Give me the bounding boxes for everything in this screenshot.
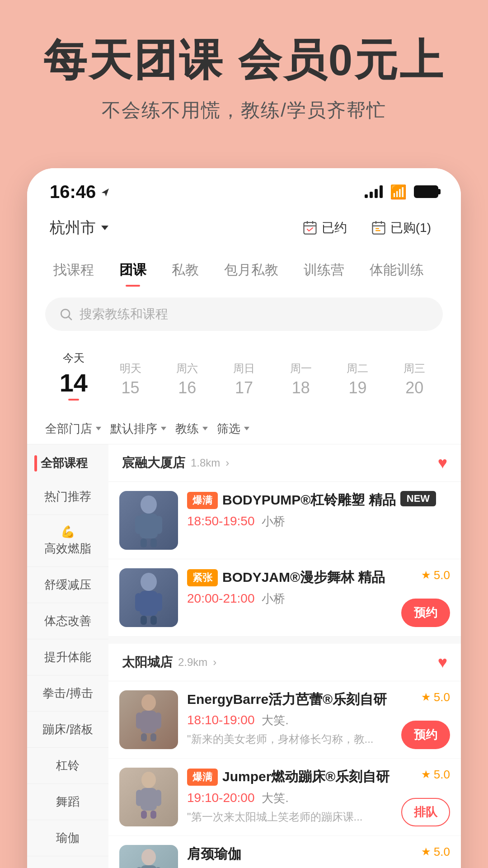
fire-emoji: 💪 — [61, 525, 75, 539]
course-name: EnergyBarre活力芭蕾®乐刻自研 — [187, 690, 387, 708]
course-title-row: 紧张 BODYJAM®漫步舞林 精品 — [187, 568, 392, 586]
book-button[interactable]: 预约 — [401, 721, 450, 749]
course-name: BODYJAM®漫步舞林 精品 — [222, 568, 385, 586]
course-thumbnail — [119, 845, 178, 868]
filter-trainer[interactable]: 教练 — [175, 421, 208, 437]
trainer-silhouette-3 — [131, 693, 167, 747]
wifi-icon: 📶 — [390, 184, 407, 200]
filter-more-arrow — [244, 427, 249, 430]
sidebar-item-boxing[interactable]: 拳击/搏击 — [27, 675, 108, 712]
svg-point-21 — [141, 772, 156, 788]
sidebar-item-posture[interactable]: 体态改善 — [27, 603, 108, 639]
tab-fitness-training[interactable]: 体能训练 — [357, 254, 436, 290]
sidebar-item-trampoline[interactable]: 蹦床/踏板 — [27, 712, 108, 748]
course-right: ★ 5.0 排队 — [401, 768, 450, 826]
tab-find-course[interactable]: 找课程 — [41, 254, 107, 290]
date-sat[interactable]: 周六 16 — [159, 358, 216, 405]
store-info-1[interactable]: 宸融大厦店 1.8km › — [122, 454, 229, 472]
course-name: Jumper燃动蹦床®乐刻自研 — [222, 768, 389, 785]
course-list: 宸融大厦店 1.8km › ♥ — [108, 444, 461, 868]
store-section-2: 太阳城店 2.9km › ♥ — [108, 644, 461, 868]
sidebar-item-popular[interactable]: 热门推荐 — [27, 479, 108, 515]
location-dropdown-arrow — [101, 226, 108, 230]
store-favorite-icon-2[interactable]: ♥ — [438, 653, 447, 672]
course-rating: ★ 5.0 — [421, 690, 450, 704]
course-title-row: 爆满 Jumper燃动蹦床®乐刻自研 — [187, 768, 392, 786]
svg-rect-28 — [141, 865, 157, 868]
course-thumbnail — [119, 690, 178, 749]
date-today[interactable]: 今天 14 — [45, 347, 102, 405]
queue-button[interactable]: 排队 — [401, 798, 450, 826]
date-sun[interactable]: 周日 17 — [216, 358, 272, 405]
booked-button[interactable]: 已约 — [295, 216, 354, 240]
svg-rect-10 — [140, 591, 158, 616]
star-icon: ★ — [421, 569, 431, 581]
signal-icon — [365, 185, 383, 198]
star-icon: ★ — [421, 768, 431, 781]
filter-store[interactable]: 全部门店 — [45, 421, 101, 437]
course-tag-hot: 爆满 — [187, 492, 218, 509]
course-title-row: 爆满 BODYPUMP®杠铃雕塑 精品 NEW — [187, 491, 450, 509]
svg-rect-7 — [141, 538, 147, 547]
course-meta: 19:10-20:00 大笑. — [187, 790, 392, 806]
tab-training-camp[interactable]: 训练营 — [291, 254, 357, 290]
svg-rect-13 — [141, 616, 147, 625]
course-rating: ★ 5.0 — [421, 845, 450, 859]
svg-rect-19 — [141, 733, 147, 741]
svg-rect-4 — [140, 514, 158, 538]
sidebar-item-yoga[interactable]: 瑜伽 — [27, 820, 108, 856]
trainer-silhouette-5 — [131, 847, 167, 868]
course-rating: ★ 5.0 — [421, 568, 450, 582]
course-thumbnail — [119, 491, 178, 550]
category-tabs: 找课程 团课 私教 包月私教 训练营 体能训练 — [27, 245, 461, 290]
store-favorite-icon[interactable]: ♥ — [438, 453, 447, 472]
search-bar[interactable]: 搜索教练和课程 — [45, 297, 443, 331]
filter-sort-arrow — [161, 427, 166, 430]
sidebar-item-barbell[interactable]: 杠铃 — [27, 748, 108, 784]
sidebar-item-fitness[interactable]: 提升体能 — [27, 639, 108, 675]
date-tomorrow[interactable]: 明天 15 — [102, 358, 159, 405]
store-chevron-icon-2: › — [213, 656, 216, 669]
store-chevron-icon: › — [225, 457, 229, 469]
purchased-button[interactable]: 已购(1) — [363, 216, 438, 240]
course-desc: "第一次来太阳城上笑老师的蹦床课... — [187, 810, 392, 824]
course-info: 爆满 BODYPUMP®杠铃雕塑 精品 NEW 18:50-19:50 小桥 — [187, 491, 450, 529]
course-meta: 18:50-19:50 小桥 — [187, 514, 450, 529]
filter-more[interactable]: 筛选 — [217, 421, 249, 437]
sidebar-item-burnfat[interactable]: 💪 高效燃脂 — [27, 515, 108, 567]
location-selector[interactable]: 杭州市 — [50, 217, 108, 238]
hero-subtitle: 不会练不用慌，教练/学员齐帮忙 — [27, 98, 461, 123]
sidebar-item-dance[interactable]: 舞蹈 — [27, 784, 108, 820]
course-thumbnail — [119, 568, 178, 627]
tab-monthly-pt[interactable]: 包月私教 — [211, 254, 291, 290]
course-tag-hot-2: 爆满 — [187, 769, 218, 786]
course-name: BODYPUMP®杠铃雕塑 精品 — [222, 491, 396, 509]
tab-group-class[interactable]: 团课 — [107, 254, 159, 290]
top-nav: 杭州市 已约 已 — [27, 207, 461, 245]
sidebar-item-relax[interactable]: 舒缓减压 — [27, 567, 108, 603]
svg-rect-12 — [155, 593, 162, 611]
date-mon[interactable]: 周一 18 — [272, 358, 329, 405]
book-button[interactable]: 预约 — [401, 599, 450, 627]
svg-rect-20 — [150, 733, 156, 741]
trainer-silhouette-4 — [131, 770, 167, 824]
svg-rect-25 — [141, 811, 147, 819]
course-thumbnail — [119, 768, 178, 826]
tab-personal-training[interactable]: 私教 — [159, 254, 211, 290]
status-icons: 📶 — [365, 184, 438, 200]
svg-rect-8 — [150, 538, 157, 547]
course-name: 肩颈瑜伽 — [187, 845, 241, 863]
date-tue[interactable]: 周二 19 — [329, 358, 386, 405]
phone-wrapper: 16:46 📶 杭州市 — [0, 150, 488, 868]
filter-sort[interactable]: 默认排序 — [110, 421, 166, 437]
store-info-2[interactable]: 太阳城店 2.9km › — [122, 654, 216, 671]
svg-rect-11 — [135, 593, 142, 611]
sidebar: 全部课程 热门推荐 💪 高效燃脂 舒缓减压 体态改善 提升体能 — [27, 444, 108, 868]
svg-rect-26 — [150, 811, 156, 819]
course-item: 爆满 BODYPUMP®杠铃雕塑 精品 NEW 18:50-19:50 小桥 — [108, 482, 461, 559]
main-content: 全部课程 热门推荐 💪 高效燃脂 舒缓减压 体态改善 提升体能 — [27, 444, 461, 868]
course-rating: ★ 5.0 — [421, 768, 450, 782]
course-item: 爆满 Jumper燃动蹦床®乐刻自研 19:10-20:00 大笑. "第一次来… — [108, 759, 461, 836]
date-wed[interactable]: 周三 20 — [386, 358, 443, 405]
svg-rect-22 — [141, 788, 157, 811]
